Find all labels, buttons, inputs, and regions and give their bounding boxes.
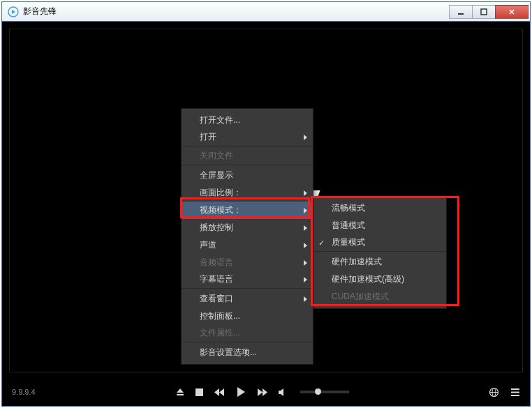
context-menu-label: 声道 xyxy=(200,239,216,251)
context-menu-label: 视频模式： xyxy=(200,204,242,216)
app-window: 影音先锋 play X/网system.com 打开文件...打开关闭文件全屏显… xyxy=(1,1,531,407)
video-mode-submenu: 流畅模式普通模式✓质量模式硬件加速模式硬件加速模式(高级)CUDA加速模式 xyxy=(313,196,447,309)
playback-controls xyxy=(36,386,489,398)
submenu-label: 硬件加速模式 xyxy=(332,256,382,268)
submenu-item[interactable]: 硬件加速模式 xyxy=(313,253,446,271)
svg-rect-4 xyxy=(195,388,203,396)
volume-slider[interactable] xyxy=(300,391,349,393)
submenu-item[interactable]: ✓质量模式 xyxy=(313,234,446,252)
submenu-item[interactable]: 流畅模式 xyxy=(313,199,446,217)
volume-icon[interactable] xyxy=(278,388,288,397)
context-menu-item[interactable]: 控制面板... xyxy=(182,308,313,325)
submenu-item[interactable]: 普通模式 xyxy=(313,217,446,234)
playlist-icon[interactable] xyxy=(510,388,520,397)
context-menu-label: 打开文件... xyxy=(200,114,240,126)
close-button[interactable] xyxy=(495,5,529,19)
svg-rect-9 xyxy=(511,391,519,393)
submenu-label: 质量模式 xyxy=(332,236,365,248)
context-menu-item[interactable]: 字幕语言 xyxy=(182,271,313,289)
context-menu-label: 全屏显示 xyxy=(200,169,233,181)
svg-rect-1 xyxy=(458,13,464,15)
svg-rect-2 xyxy=(481,9,487,15)
titlebar: 影音先锋 xyxy=(2,2,530,22)
context-menu-item[interactable]: 播放控制 xyxy=(182,219,313,236)
version-label: 9.9.9.4 xyxy=(12,388,36,396)
check-icon: ✓ xyxy=(318,239,325,248)
submenu-label: CUDA加速模式 xyxy=(332,291,389,303)
context-menu-item[interactable]: 打开文件... xyxy=(182,112,313,129)
submenu-item: CUDA加速模式 xyxy=(313,288,446,305)
control-bar-right xyxy=(489,387,520,398)
submenu-arrow-icon xyxy=(304,225,307,231)
context-menu-label: 查看窗口 xyxy=(200,293,233,305)
context-menu-label: 音频语言 xyxy=(200,257,233,269)
stop-icon[interactable] xyxy=(195,388,204,397)
next-icon[interactable] xyxy=(257,388,268,397)
submenu-arrow-icon xyxy=(304,296,307,302)
submenu-arrow-icon xyxy=(304,243,307,248)
submenu-label: 硬件加速模式(高级) xyxy=(332,273,404,285)
maximize-button[interactable] xyxy=(472,5,496,19)
app-icon xyxy=(7,6,20,18)
context-menu-item: 关闭文件 xyxy=(182,148,313,165)
context-menu-item[interactable]: 声道 xyxy=(182,236,313,254)
context-menu-item: 文件属性... xyxy=(182,325,313,342)
context-menu-label: 影音设置选项... xyxy=(200,347,257,358)
context-menu-item[interactable]: 打开 xyxy=(182,129,313,146)
submenu-item[interactable]: 硬件加速模式(高级) xyxy=(313,271,446,288)
submenu-arrow-icon xyxy=(304,190,307,196)
submenu-arrow-icon xyxy=(304,208,307,213)
context-menu-label: 打开 xyxy=(200,131,216,143)
svg-rect-8 xyxy=(511,388,519,390)
svg-rect-3 xyxy=(177,394,184,395)
previous-icon[interactable] xyxy=(214,388,225,397)
submenu-label: 普通模式 xyxy=(332,220,365,232)
context-menu-label: 关闭文件 xyxy=(200,150,233,162)
submenu-label: 流畅模式 xyxy=(332,202,365,214)
context-menu-item[interactable]: 画面比例： xyxy=(182,184,313,202)
eject-icon[interactable] xyxy=(175,387,185,397)
context-menu-item: 音频语言 xyxy=(182,254,313,271)
window-title: 影音先锋 xyxy=(23,6,450,17)
context-menu-label: 控制面板... xyxy=(200,310,240,322)
context-menu-item[interactable]: 全屏显示 xyxy=(182,167,313,184)
submenu-arrow-icon xyxy=(304,135,307,140)
minimize-button[interactable] xyxy=(449,5,473,19)
control-bar: 9.9.9.4 xyxy=(2,378,530,406)
submenu-arrow-icon xyxy=(304,260,307,266)
context-menu-label: 文件属性... xyxy=(200,327,240,339)
window-controls xyxy=(450,5,529,19)
context-menu-label: 字幕语言 xyxy=(200,273,233,285)
context-menu-label: 画面比例： xyxy=(200,187,242,199)
svg-rect-10 xyxy=(511,395,519,396)
globe-icon[interactable] xyxy=(489,387,499,398)
play-icon[interactable] xyxy=(235,386,247,398)
context-menu-item[interactable]: 影音设置选项... xyxy=(182,344,313,361)
context-menu: 打开文件...打开关闭文件全屏显示画面比例：视频模式：播放控制声道音频语言字幕语… xyxy=(181,108,313,365)
context-menu-item[interactable]: 视频模式： xyxy=(182,202,313,219)
context-menu-item[interactable]: 查看窗口 xyxy=(182,290,313,308)
submenu-arrow-icon xyxy=(304,277,307,282)
context-menu-label: 播放控制 xyxy=(200,222,233,234)
